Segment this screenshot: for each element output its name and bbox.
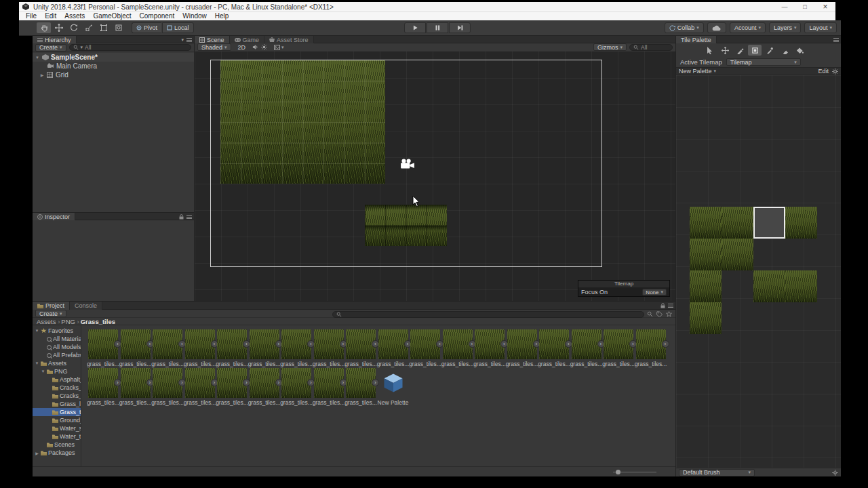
breadcrumb-grass-tiles[interactable]: Grass_tiles [81, 318, 115, 325]
close-button[interactable] [815, 2, 835, 12]
2d-toggle[interactable]: 2D [234, 43, 250, 51]
audio-toggle-icon[interactable] [252, 44, 258, 50]
pane-menu-icon[interactable] [186, 38, 192, 42]
effects-toggle-icon[interactable] [261, 44, 267, 50]
pane-menu-icon[interactable] [186, 215, 192, 219]
project-tree-item[interactable]: ▼ PNG [33, 367, 81, 375]
tab-console[interactable]: Console [70, 302, 102, 310]
play-button[interactable] [404, 22, 426, 33]
palette-canvas[interactable] [676, 75, 841, 468]
scene-canvas[interactable]: Tilemap Focus On None▾ [195, 52, 675, 301]
project-tree-item[interactable]: Scenes [33, 441, 81, 449]
rect-tool-icon[interactable] [96, 22, 111, 33]
transform-tool-icon[interactable] [111, 22, 125, 33]
palette-tile[interactable] [690, 302, 722, 334]
menu-item[interactable]: Edit [41, 12, 60, 20]
rotate-tool-icon[interactable] [66, 22, 81, 33]
menu-item[interactable]: Window [178, 12, 211, 20]
hierarchy-item-main-camera[interactable]: Main Camera [33, 62, 194, 70]
project-tree-item[interactable]: Water_sp... [33, 424, 81, 432]
picker-tool-icon[interactable] [763, 45, 776, 56]
asset-thumbnail[interactable]: grass_tiles... [475, 329, 505, 367]
palette-tile[interactable] [722, 207, 753, 239]
shading-mode-dropdown[interactable]: Shaded▾ [197, 43, 231, 51]
hierarchy-scene-row[interactable]: ▼ SampleScene* [33, 53, 194, 62]
selected-palette-cell[interactable] [753, 207, 785, 239]
asset-thumbnail[interactable]: grass_tiles... [410, 329, 440, 367]
asset-thumbnail[interactable]: grass_tiles... [346, 329, 376, 367]
palette-tile[interactable] [690, 207, 722, 239]
layers-dropdown[interactable]: Layers▾ [769, 22, 802, 33]
asset-thumbnail[interactable]: grass_tiles... [443, 329, 473, 367]
breadcrumb-png[interactable]: PNG [61, 318, 79, 325]
menu-item[interactable]: Component [136, 12, 179, 20]
maximize-button[interactable] [795, 2, 815, 12]
asset-thumbnail[interactable]: grass_tiles... [314, 368, 344, 406]
palette-tile[interactable] [785, 207, 817, 239]
asset-thumbnail[interactable]: grass_tiles... [281, 329, 311, 367]
pane-menu-icon[interactable] [833, 38, 839, 42]
minimize-button[interactable] [774, 2, 795, 12]
foldout-icon[interactable]: ▶ [35, 451, 39, 455]
tab-game[interactable]: Game [230, 36, 265, 43]
hierarchy-item-grid[interactable]: ▶ Grid [33, 70, 194, 79]
project-tree-item[interactable]: Cracks_g... [33, 392, 81, 400]
brush-tool-icon[interactable] [733, 45, 747, 56]
project-tree-item[interactable]: Water_til... [33, 432, 81, 441]
palette-select-dropdown[interactable]: New Palette▾ [679, 68, 716, 75]
hand-tool-icon[interactable] [37, 22, 51, 33]
asset-thumbnail-new-palette[interactable]: New Palette [378, 368, 408, 406]
project-search-input[interactable] [332, 311, 644, 318]
project-tree-item[interactable]: Cracks_a... [33, 384, 81, 392]
project-tree-item[interactable]: ▶ Packages [33, 449, 81, 457]
asset-thumbnail[interactable]: grass_tiles... [507, 329, 537, 367]
tab-asset-store[interactable]: Asset Store [264, 36, 314, 43]
tab-inspector[interactable]: Inspector [33, 213, 75, 220]
asset-thumbnail[interactable]: grass_tiles... [88, 368, 118, 406]
search-by-type-icon[interactable] [647, 311, 653, 317]
account-dropdown[interactable]: Account▾ [730, 22, 766, 33]
box-fill-tool-icon[interactable] [748, 45, 762, 56]
asset-thumbnail[interactable]: grass_tiles... [636, 329, 666, 367]
project-tree-item[interactable]: All Prefabs [33, 351, 81, 359]
project-tree-item[interactable]: Grass_le... [33, 400, 81, 408]
asset-thumbnail[interactable]: grass_tiles... [88, 329, 118, 367]
foldout-icon[interactable]: ▼ [35, 361, 39, 365]
asset-thumbnail[interactable]: grass_tiles... [250, 329, 279, 367]
tab-scene[interactable]: Scene [195, 36, 230, 43]
asset-thumbnail[interactable]: grass_tiles... [121, 368, 151, 406]
hierarchy-search-input[interactable]: ▾ All [69, 44, 191, 51]
project-tree-item[interactable]: ▼ Favorites [33, 327, 81, 335]
move-tile-tool-icon[interactable] [718, 45, 732, 56]
default-brush-dropdown[interactable]: Default Brush▾ [679, 469, 755, 476]
palette-tile[interactable] [722, 239, 753, 270]
project-tree-item[interactable]: Grass_til... [33, 408, 81, 416]
asset-thumbnail[interactable]: grass_tiles... [121, 329, 151, 367]
asset-thumbnail[interactable]: grass_tiles... [185, 368, 215, 406]
asset-thumbnail[interactable]: grass_tiles... [185, 329, 215, 367]
palette-tile[interactable] [690, 239, 722, 270]
project-tree-item[interactable]: Asphalt_t... [33, 375, 81, 384]
focus-on-dropdown[interactable]: None▾ [642, 289, 667, 296]
select-tool-icon[interactable] [703, 45, 717, 56]
tab-hierarchy[interactable]: Hierarchy [33, 36, 77, 43]
palette-tile[interactable] [753, 270, 785, 302]
tab-project[interactable]: Project [33, 302, 70, 310]
pivot-toggle[interactable]: Pivot [132, 22, 161, 33]
menu-item[interactable]: Help [211, 12, 233, 20]
scale-tool-icon[interactable] [81, 22, 96, 33]
pane-dropdown-icon[interactable]: ▾ [181, 37, 184, 43]
project-tree-item[interactable]: All Models [33, 343, 81, 351]
project-create-dropdown[interactable]: Create▾ [35, 310, 66, 317]
collab-dropdown[interactable]: Collab▾ [665, 22, 704, 33]
fill-bucket-tool-icon[interactable] [793, 45, 806, 56]
asset-thumbnail[interactable]: grass_tiles... [604, 329, 633, 367]
project-tree-item[interactable]: All Materials [33, 335, 81, 343]
thumbnail-zoom-slider[interactable] [613, 472, 656, 472]
asset-thumbnail[interactable]: grass_tiles... [281, 368, 311, 406]
asset-thumbnail[interactable]: grass_tiles... [217, 368, 247, 406]
pane-menu-icon[interactable] [668, 304, 673, 308]
foldout-icon[interactable]: ▶ [39, 73, 45, 77]
breadcrumb-assets[interactable]: Assets [37, 318, 60, 325]
asset-thumbnail[interactable]: grass_tiles... [250, 368, 279, 406]
